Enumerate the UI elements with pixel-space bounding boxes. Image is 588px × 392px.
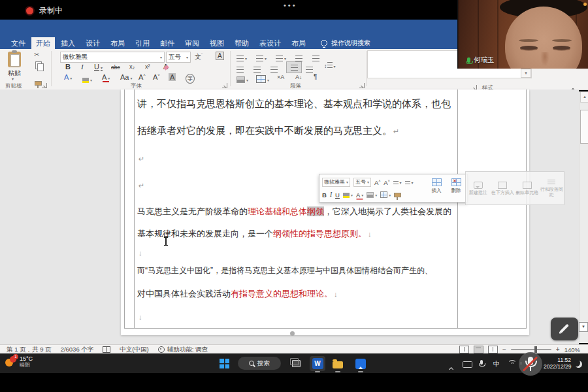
zoom-slider[interactable] xyxy=(511,349,551,350)
ghost-delete-cells-button[interactable]: 删除单元格 xyxy=(515,182,539,195)
bold-button[interactable]: B xyxy=(65,63,71,71)
tab-table-layout[interactable]: 布局 xyxy=(287,37,310,49)
change-case-icon[interactable]: Aa xyxy=(120,73,132,81)
mini-font-name-select[interactable]: 微软雅黑 xyxy=(322,178,350,187)
phonetic-guide-icon[interactable]: 文¨ xyxy=(195,52,203,61)
format-painter-icon[interactable] xyxy=(35,81,42,86)
show-marks-icon[interactable]: ¶ xyxy=(314,73,317,80)
document-line[interactable]: ↵ xyxy=(137,179,144,190)
pen-tool-button[interactable] xyxy=(551,318,578,340)
taskbar-search[interactable]: 搜索 xyxy=(238,357,281,370)
taskbar-word-app[interactable] xyxy=(310,356,325,371)
muted-mic-overlay-icon[interactable] xyxy=(519,352,542,376)
underline-button[interactable]: U xyxy=(94,63,103,71)
mini-grow-font-icon[interactable]: A˄ xyxy=(374,179,380,186)
mini-numbering-icon[interactable] xyxy=(405,176,414,188)
page-indicator[interactable]: 第 1 页，共 9 页 xyxy=(7,346,52,354)
window-menu-dots-icon[interactable]: ••• xyxy=(284,1,297,9)
styles-more-icon[interactable]: ▾ xyxy=(521,68,531,78)
paste-button[interactable]: 粘贴 xyxy=(5,69,24,78)
tab-view[interactable]: 视图 xyxy=(205,37,229,49)
language-indicator[interactable]: 中文(中国) xyxy=(120,346,148,354)
word-count[interactable]: 2/6036 个字 xyxy=(61,346,94,354)
borders-icon[interactable] xyxy=(256,74,269,86)
task-view-icon[interactable] xyxy=(292,360,301,367)
pen-tool-dropdown-icon[interactable]: ▼ xyxy=(579,322,588,332)
mini-italic-button[interactable]: I xyxy=(330,191,332,198)
distribute-icon[interactable] xyxy=(306,63,313,75)
tell-me-search[interactable]: 操作说明搜索 xyxy=(321,37,370,49)
document-line[interactable]: 括继承者对它的发展，即在实践中不断发展的马克思主义。↵ xyxy=(137,125,399,137)
clear-formatting-icon[interactable]: A xyxy=(163,63,168,71)
justify-icon[interactable] xyxy=(286,61,302,73)
tab-insert[interactable]: 插入 xyxy=(56,37,80,49)
tab-table-design[interactable]: 表设计 xyxy=(255,37,286,49)
cut-icon[interactable]: ✂ xyxy=(34,51,39,58)
start-button[interactable] xyxy=(220,359,229,368)
tab-home[interactable]: 开始 xyxy=(31,37,55,49)
highlight-color-icon[interactable] xyxy=(82,74,92,86)
mini-bullets-icon[interactable] xyxy=(393,176,402,188)
proofing-icon[interactable] xyxy=(103,346,110,353)
document-line[interactable]: ↵ xyxy=(137,152,144,163)
document-line[interactable]: 马克思主义是无产阶级革命的理论基础和总体纲领，它深入地揭示了人类社会发展的 xyxy=(137,206,451,218)
clock[interactable]: 11:52 2022/12/29 xyxy=(544,357,571,370)
mini-borders-icon[interactable] xyxy=(380,189,391,201)
webcam-overlay[interactable]: 何瑞玉 xyxy=(457,0,588,69)
document-line[interactable]: 对中国具体社会实践活动有指导意义的思想和理论。↓ xyxy=(137,288,338,300)
superscript-button[interactable]: x² xyxy=(145,63,150,70)
mini-shrink-font-icon[interactable]: A˅ xyxy=(384,179,389,186)
asian-layout-icon[interactable]: ×A xyxy=(277,74,284,80)
print-layout-icon[interactable] xyxy=(474,346,483,353)
focus-assist-moon-icon[interactable] xyxy=(575,361,582,368)
mini-format-painter-icon[interactable] xyxy=(394,193,401,197)
font-color-icon[interactable]: A xyxy=(102,73,110,81)
sort-icon[interactable]: A↓ xyxy=(295,74,302,80)
mini-underline-button[interactable]: U xyxy=(335,191,340,199)
web-layout-icon[interactable] xyxy=(488,346,498,353)
scroll-up-icon[interactable]: ▴ xyxy=(580,91,588,103)
mini-font-size-select[interactable]: 五号 xyxy=(353,178,371,187)
clipboard-dialog-launcher[interactable] xyxy=(42,83,47,88)
scrollbar-thumb[interactable] xyxy=(580,110,588,144)
tab-help[interactable]: 帮助 xyxy=(230,37,253,49)
tab-file[interactable]: 文件 xyxy=(7,37,30,49)
tray-expand-icon[interactable] xyxy=(449,362,453,374)
text-effects-icon[interactable]: A xyxy=(64,73,72,81)
zoom-level[interactable]: 140% xyxy=(564,346,580,353)
touch-keyboard-icon[interactable] xyxy=(463,361,472,368)
bullets-icon[interactable] xyxy=(237,52,247,64)
strikethrough-button[interactable]: abc xyxy=(111,64,120,71)
tab-design[interactable]: 设计 xyxy=(81,37,105,49)
multilevel-list-icon[interactable] xyxy=(276,52,286,64)
shading-icon[interactable] xyxy=(237,74,248,86)
mini-delete-button[interactable]: 删除 xyxy=(446,178,466,194)
document-line[interactable]: 讲，不仅指马克思恩格斯创立的基本理论、基本观点和学说的体系，也包 xyxy=(137,98,451,110)
font-dialog-launcher[interactable] xyxy=(222,83,227,88)
ghost-insert-below-button[interactable]: 在下方插入 xyxy=(491,182,514,195)
zoom-out-button[interactable]: − xyxy=(502,346,506,353)
italic-button[interactable]: I xyxy=(81,63,84,71)
taskbar-media-app[interactable] xyxy=(353,356,368,371)
vertical-scrollbar[interactable]: ▴ xyxy=(579,91,588,343)
paragraph-dialog-launcher[interactable] xyxy=(359,83,365,88)
document-line[interactable]: 基本规律和未来的发展走向，是一个纲领性的指导思想原则。↓ xyxy=(137,228,372,240)
ghost-line-spacing-button[interactable]: 行和段落间距 xyxy=(540,180,563,197)
tab-layout[interactable]: 布局 xyxy=(106,37,129,49)
enclose-characters-icon[interactable]: 字 xyxy=(186,74,195,84)
increase-indent-icon[interactable] xyxy=(312,52,319,64)
font-size-select[interactable]: 五号 xyxy=(166,52,191,63)
wifi-icon[interactable] xyxy=(508,360,515,367)
zoom-slider-thumb[interactable] xyxy=(534,346,537,353)
grow-font-icon[interactable]: A˄ xyxy=(139,73,146,81)
read-mode-icon[interactable] xyxy=(459,346,469,353)
tray-mic-icon[interactable] xyxy=(480,360,483,365)
shrink-font-icon[interactable]: A˅ xyxy=(153,73,160,81)
font-name-select[interactable]: 微软雅黑 xyxy=(60,52,165,63)
numbering-icon[interactable] xyxy=(256,52,267,64)
mini-shading-icon[interactable] xyxy=(367,189,377,201)
zoom-in-button[interactable]: + xyxy=(556,346,560,353)
copy-icon[interactable] xyxy=(35,61,42,69)
tab-review[interactable]: 审阅 xyxy=(180,37,204,49)
mini-bold-button[interactable]: B xyxy=(322,191,327,199)
